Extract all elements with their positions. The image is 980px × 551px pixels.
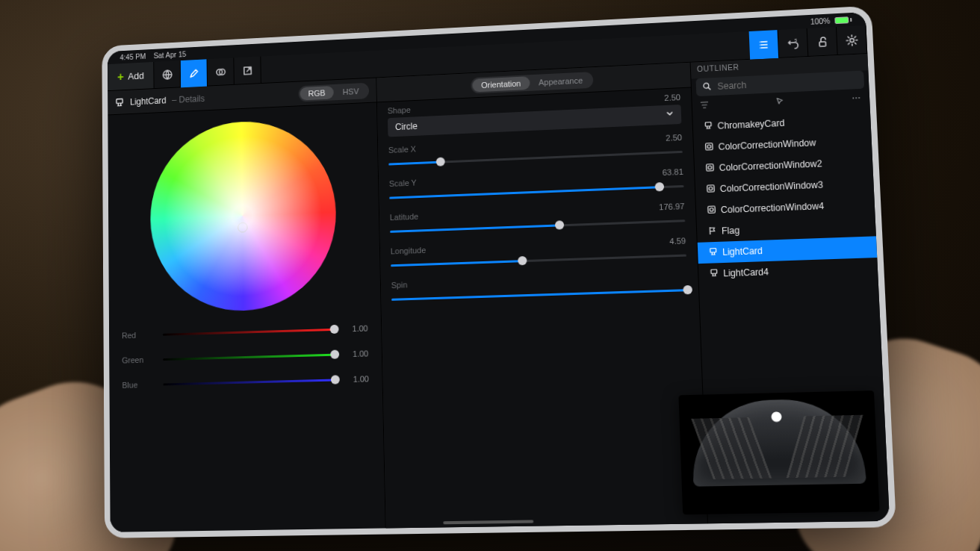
prop-latitude: Latitude 176.97 [390,202,686,238]
ipad-device: 4:45 PM Sat Apr 15 100% [102,6,896,538]
prop-longitude-value: 4.59 [669,236,686,246]
rgb-sliders: Red 1.00 Green 1.00 [109,312,382,408]
status-battery-pct: 100% [810,16,831,25]
shape-dropdown-value: Circle [395,121,418,132]
svg-rect-19 [707,164,714,170]
svg-text:5: 5 [794,37,797,42]
tab-orientation[interactable]: Orientation [472,76,530,92]
prop-spin: Spin [391,271,688,306]
red-slider-thumb[interactable] [330,325,339,334]
outliner-item-label: LightCard4 [723,267,769,278]
lock-toggle[interactable] [807,27,838,57]
svg-point-14 [855,97,857,99]
search-icon [702,81,712,93]
blue-slider-thumb[interactable] [331,375,340,384]
longitude-thumb[interactable] [518,256,527,265]
color-mode-toggle[interactable]: RGB HSV [298,82,369,102]
more-icon[interactable] [851,93,862,105]
stage-preview[interactable] [678,390,879,514]
prop-shape-label: Shape [388,105,411,115]
green-slider-thumb[interactable] [330,350,339,359]
orientation-appearance-toggle[interactable]: Orientation Appearance [471,72,593,93]
status-time: 4:45 PM [120,52,146,61]
svg-point-12 [704,83,709,88]
cursor-select-icon[interactable] [775,97,784,109]
lightcard-icon [709,268,719,280]
detail-section: – Details [172,93,205,105]
ccw-icon [707,205,716,217]
svg-point-20 [708,166,712,169]
svg-rect-23 [708,205,716,212]
svg-point-6 [759,44,760,45]
prop-scale-x: Scale X 2.50 [388,133,683,170]
color-mode-hsv[interactable]: HSV [334,84,368,99]
prop-shape: Shape 2.50 Circle [388,93,682,137]
battery-icon [834,16,852,24]
prop-scale-y: Scale Y 63.81 [389,167,684,205]
stage-preview-dome [690,398,866,487]
green-value: 1.00 [341,349,368,358]
ccw-icon [704,142,714,154]
lightcard-icon [704,121,713,133]
color-mode-rgb[interactable]: RGB [300,85,334,100]
status-date: Sat Apr 15 [154,50,187,60]
prop-latitude-label: Latitude [390,212,419,222]
svg-point-5 [759,41,760,42]
add-button[interactable]: + Add [108,62,155,90]
lightcard-icon [708,246,718,258]
spin-thumb[interactable] [683,285,692,295]
green-label: Green [122,355,157,364]
scale-y-thumb[interactable] [655,182,665,192]
svg-point-15 [858,97,860,99]
prop-scale-x-label: Scale X [388,145,416,155]
svg-point-7 [759,47,760,48]
tool-popout[interactable] [235,56,262,84]
outliner-search-input[interactable] [716,74,858,93]
tool-edit[interactable] [181,59,208,87]
prop-scale-y-value: 63.81 [663,167,683,177]
color-wheel[interactable] [149,118,338,314]
filter-icon[interactable] [700,100,710,112]
prop-shape-num: 2.50 [664,93,680,102]
red-label: Red [122,330,157,340]
flag-icon [707,225,717,237]
chevron-down-icon [666,109,674,119]
svg-rect-25 [710,248,716,252]
outliner-item-label: ColorCorrectionWindow2 [719,158,822,173]
outliner-item-label: ChromakeyCard [717,118,784,131]
prop-longitude-label: Longitude [391,246,427,256]
color-wheel-handle[interactable] [238,222,248,232]
tool-mask[interactable] [208,57,235,86]
tool-globe[interactable] [155,60,182,89]
svg-rect-16 [705,122,711,126]
latitude-thumb[interactable] [555,220,564,229]
properties-panel: Orientation Appearance Shape 2.50 [376,63,708,529]
outliner-item-label: ColorCorrectionWindow3 [720,179,824,194]
svg-point-18 [707,144,711,148]
prop-scale-x-value: 2.50 [666,133,682,143]
blue-label: Blue [122,380,157,390]
plus-icon: + [117,71,124,83]
prop-latitude-value: 176.97 [659,202,685,211]
outliner-item-label: Flag [722,225,740,237]
outliner-item-label: LightCard [722,246,763,258]
detail-object-name: LightCard [130,95,167,107]
settings-button[interactable] [837,25,867,55]
scale-x-thumb[interactable] [436,157,445,166]
panel-outliner-toggle[interactable] [749,30,780,60]
add-button-label: Add [128,70,144,81]
ccw-icon [705,163,715,175]
undo-history-button[interactable]: 5 [778,28,809,58]
red-value: 1.00 [340,324,368,334]
green-slider[interactable] [163,353,335,360]
svg-rect-21 [707,184,715,191]
svg-point-13 [852,97,854,99]
svg-rect-17 [706,143,713,149]
svg-rect-11 [117,99,122,103]
outliner-item-label: ColorCorrectionWindow [718,137,816,152]
red-slider[interactable] [163,328,335,335]
blue-slider[interactable] [163,379,335,385]
outliner-item-label: ColorCorrectionWindow4 [721,201,825,215]
tab-appearance[interactable]: Appearance [530,73,592,90]
svg-point-22 [709,187,713,190]
